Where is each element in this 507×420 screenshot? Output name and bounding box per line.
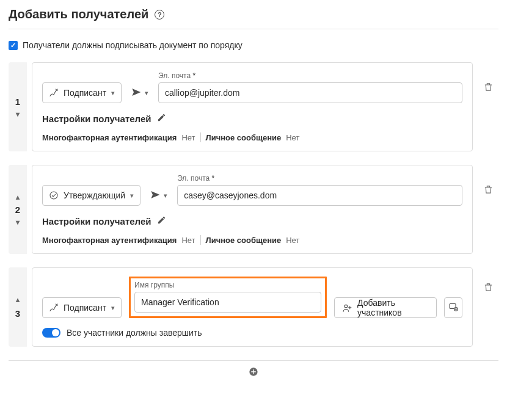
delivery-select[interactable]: ▾ bbox=[128, 82, 152, 103]
mfa-label: Многофакторная аутентификация bbox=[42, 133, 177, 142]
signer-icon bbox=[49, 88, 59, 98]
sign-in-order-checkbox[interactable]: ✓ bbox=[9, 41, 18, 50]
paper-plane-icon bbox=[150, 190, 160, 201]
chevron-down-icon: ▾ bbox=[145, 89, 148, 97]
mfa-value: Нет bbox=[181, 236, 195, 245]
svg-point-0 bbox=[50, 192, 57, 199]
chevron-down-icon: ▾ bbox=[130, 192, 134, 200]
chevron-down-icon[interactable]: ▾ bbox=[16, 219, 20, 226]
delivery-select[interactable]: ▾ bbox=[147, 185, 171, 206]
add-recipient-button[interactable] bbox=[249, 367, 258, 379]
user-plus-icon bbox=[342, 303, 352, 313]
chevron-up-icon[interactable]: ▴ bbox=[16, 194, 20, 201]
group-settings-button[interactable] bbox=[444, 297, 462, 318]
chevron-up-icon[interactable]: ▴ bbox=[16, 296, 20, 303]
svg-point-1 bbox=[345, 305, 348, 308]
delete-icon[interactable] bbox=[483, 282, 494, 294]
recipient-row: ▴ 2 ▾ Утверждающий ▾ ▾ Эл. почта * bbox=[9, 165, 498, 254]
recipient-row: 1 ▾ Подписант ▾ ▾ Эл. почта * bbox=[9, 62, 498, 151]
email-field[interactable] bbox=[158, 82, 462, 103]
role-label: Подписант bbox=[64, 303, 106, 313]
chevron-down-icon: ▾ bbox=[111, 89, 115, 97]
group-name-highlight: Имя группы bbox=[129, 277, 327, 318]
private-msg-value: Нет bbox=[286, 236, 299, 245]
recipient-group-row: ▴ 3 Подписант ▾ Имя группы Добавить учас… bbox=[9, 267, 498, 347]
edit-icon[interactable] bbox=[157, 215, 166, 226]
help-icon[interactable]: ? bbox=[155, 10, 164, 20]
role-select[interactable]: Утверждающий ▾ bbox=[42, 185, 140, 206]
edit-icon[interactable] bbox=[157, 113, 166, 124]
page-title: Добавить получателей bbox=[9, 7, 148, 21]
email-label: Эл. почта * bbox=[158, 71, 462, 80]
delete-icon[interactable] bbox=[483, 82, 494, 94]
approver-icon bbox=[49, 190, 59, 200]
all-must-complete-label: Все участники должны завершить bbox=[67, 328, 202, 338]
role-label: Подписант bbox=[64, 88, 106, 98]
chevron-down-icon[interactable]: ▾ bbox=[16, 110, 20, 118]
recipient-settings-label: Настройки получателей bbox=[42, 216, 151, 226]
paper-plane-icon bbox=[131, 87, 141, 99]
mfa-value: Нет bbox=[181, 133, 195, 142]
order-handle[interactable]: 1 ▾ bbox=[9, 62, 27, 151]
signer-icon bbox=[49, 303, 59, 313]
role-label: Утверждающий bbox=[64, 190, 125, 200]
divider bbox=[200, 132, 201, 142]
sign-in-order-label: Получатели должны подписывать документ п… bbox=[23, 40, 243, 50]
add-members-button[interactable]: Добавить участников bbox=[334, 297, 437, 318]
private-msg-value: Нет bbox=[286, 133, 299, 142]
group-name-field[interactable] bbox=[134, 292, 321, 313]
order-index: 2 bbox=[15, 205, 20, 215]
order-handle[interactable]: ▴ 3 bbox=[9, 267, 27, 347]
role-select[interactable]: Подписант ▾ bbox=[42, 297, 122, 318]
order-handle[interactable]: ▴ 2 ▾ bbox=[9, 165, 27, 254]
order-index: 1 bbox=[15, 96, 20, 107]
email-field[interactable] bbox=[177, 185, 462, 206]
email-label: Эл. почта * bbox=[177, 174, 462, 183]
group-gear-icon bbox=[448, 302, 459, 314]
mfa-label: Многофакторная аутентификация bbox=[42, 236, 177, 245]
add-members-label: Добавить участников bbox=[357, 298, 429, 317]
all-must-complete-toggle[interactable] bbox=[42, 328, 60, 338]
private-msg-label: Личное сообщение bbox=[206, 133, 282, 142]
delete-icon[interactable] bbox=[483, 184, 494, 197]
chevron-down-icon: ▾ bbox=[164, 192, 167, 200]
chevron-down-icon: ▾ bbox=[111, 304, 115, 312]
role-select[interactable]: Подписант ▾ bbox=[42, 82, 122, 103]
group-name-label: Имя группы bbox=[134, 281, 321, 289]
recipient-settings-label: Настройки получателей bbox=[42, 114, 151, 124]
divider bbox=[200, 235, 201, 245]
order-index: 3 bbox=[15, 308, 20, 319]
private-msg-label: Личное сообщение bbox=[206, 236, 282, 245]
